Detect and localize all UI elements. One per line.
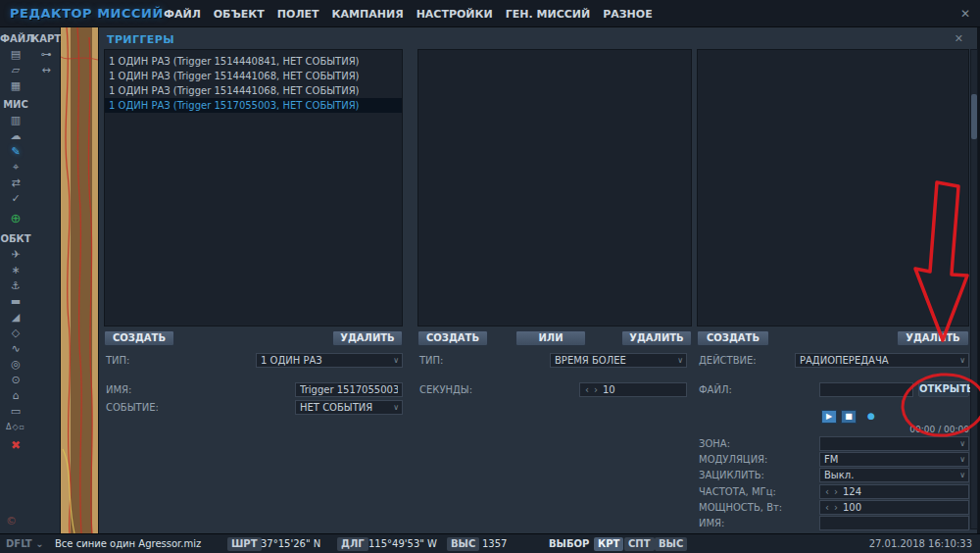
conditions-list[interactable] bbox=[417, 49, 692, 327]
play-icon[interactable]: ▶ bbox=[821, 410, 837, 424]
check-icon[interactable]: ✓ bbox=[3, 191, 28, 206]
chevron-down-icon: ∨ bbox=[959, 437, 965, 450]
map-toggle-vys[interactable]: ВЫС bbox=[655, 537, 687, 551]
action-type-select[interactable]: РАДИОПЕРЕДАЧА ∨ bbox=[795, 353, 969, 368]
swap-icon[interactable]: ⇄ bbox=[3, 176, 28, 190]
altitude-value: 1357 bbox=[482, 537, 507, 551]
increment-icon[interactable]: › bbox=[834, 501, 838, 514]
frequency-stepper[interactable]: ‹ › 124 bbox=[819, 484, 969, 499]
save-icon[interactable]: ▦ bbox=[3, 78, 28, 93]
airplane-icon[interactable]: ✈ bbox=[3, 247, 28, 262]
trigger-event-label: СОБЫТИЕ: bbox=[106, 402, 159, 413]
menu-file[interactable]: ФАЙЛ bbox=[164, 8, 201, 21]
trigger-list-item[interactable]: 1 ОДИН РАЗ (Trigger 1514440841, НЕТ СОБЫ… bbox=[105, 54, 402, 69]
menu-object[interactable]: ОБЪЕКТ bbox=[214, 8, 265, 21]
toolbar-file-label: ФАЙЛ bbox=[0, 33, 31, 44]
menu-campaign[interactable]: КАМПАНИЯ bbox=[332, 8, 404, 21]
trigger-list-inner: 1 ОДИН РАЗ (Trigger 1514440841, НЕТ СОБЫ… bbox=[105, 50, 402, 113]
shapes-icon[interactable]: Δ◇▫ bbox=[3, 420, 28, 434]
air-defense-icon[interactable]: ◢ bbox=[3, 310, 28, 325]
decrement-icon[interactable]: ‹ bbox=[825, 485, 829, 498]
action-delete-button[interactable]: УДАЛИТЬ bbox=[897, 330, 969, 346]
loop-select[interactable]: Выкл. ∨ bbox=[819, 468, 969, 482]
increment-icon[interactable]: › bbox=[834, 485, 838, 498]
trigger-zone-icon[interactable]: ◎ bbox=[3, 357, 28, 372]
action-type-value: РАДИОПЕРЕДАЧА bbox=[800, 354, 955, 367]
helicopter-icon[interactable]: ∗ bbox=[3, 263, 28, 277]
bullseye-icon[interactable]: ⊙ bbox=[3, 373, 28, 387]
weather-icon[interactable]: ☁ bbox=[3, 128, 28, 143]
transmission-name-input[interactable] bbox=[819, 516, 969, 530]
mission-file-name: Все синие один Agressor.miz bbox=[55, 537, 201, 551]
seconds-label: СЕКУНДЫ: bbox=[419, 384, 472, 395]
chevron-down-icon: ⌄ bbox=[35, 538, 43, 549]
farp-icon[interactable]: ⌂ bbox=[3, 388, 28, 403]
map-view[interactable] bbox=[61, 27, 98, 533]
trigger-name-label: ИМЯ: bbox=[106, 384, 131, 395]
menu-mission-gen[interactable]: ГЕН. МИССИЙ bbox=[506, 8, 590, 21]
action-type-label: ДЕЙСТВИЕ: bbox=[699, 355, 757, 366]
actions-list[interactable] bbox=[697, 49, 969, 327]
key-icon[interactable]: ⊶ bbox=[33, 47, 59, 62]
theme-dropdown[interactable]: DFLT ⌄ bbox=[6, 537, 44, 551]
route-icon[interactable]: ∿ bbox=[3, 341, 28, 356]
increment-icon[interactable]: › bbox=[594, 383, 598, 396]
stop-icon[interactable]: ■ bbox=[841, 410, 857, 424]
chevron-down-icon: ∨ bbox=[393, 401, 399, 414]
crosshair-icon[interactable]: ⌖ bbox=[3, 160, 28, 175]
trigger-type-select[interactable]: 1 ОДИН РАЗ ∨ bbox=[256, 353, 403, 368]
scrollbar-thumb[interactable] bbox=[971, 94, 977, 139]
modulation-select[interactable]: FM ∨ bbox=[819, 452, 969, 467]
loop-value: Выкл. bbox=[824, 469, 955, 481]
static-object-icon[interactable]: ◇ bbox=[3, 326, 28, 340]
loop-label: ЗАЦИКЛИТЬ: bbox=[699, 470, 764, 480]
map-terrain bbox=[61, 27, 98, 533]
trigger-name-input[interactable] bbox=[295, 382, 403, 397]
trigger-list-item[interactable]: 1 ОДИН РАЗ (Trigger 1514441068, НЕТ СОБЫ… bbox=[105, 69, 402, 83]
sound-file-input[interactable] bbox=[819, 382, 913, 397]
menu-flight[interactable]: ПОЛЕТ bbox=[277, 8, 319, 21]
panel-close-icon[interactable]: ✕ bbox=[955, 32, 963, 45]
trigger-list[interactable]: 1 ОДИН РАЗ (Trigger 1514440841, НЕТ СОБЫ… bbox=[104, 49, 403, 327]
triggers-tool-icon[interactable]: ✎ bbox=[3, 144, 28, 159]
trigger-event-value: НЕТ СОБЫТИЯ bbox=[300, 401, 388, 414]
add-icon[interactable]: ⊕ bbox=[3, 210, 28, 227]
chevron-down-icon: ∨ bbox=[959, 469, 965, 481]
menu-bar: ФАЙЛ ОБЪЕКТ ПОЛЕТ КАМПАНИЯ НАСТРОЙКИ ГЕН… bbox=[164, 0, 653, 27]
trigger-list-item[interactable]: 1 ОДИН РАЗ (Trigger 1514441068, НЕТ СОБЫ… bbox=[105, 83, 402, 98]
menu-misc[interactable]: РАЗНОЕ bbox=[603, 8, 652, 21]
condition-create-button[interactable]: СОЗДАТЬ bbox=[417, 330, 488, 346]
condition-type-label: ТИП: bbox=[419, 355, 443, 366]
panel-scrollbar[interactable] bbox=[970, 49, 978, 529]
altitude-label-badge: ВЫС bbox=[447, 537, 479, 551]
menu-settings[interactable]: НАСТРОЙКИ bbox=[416, 8, 493, 21]
warehouse-icon[interactable]: ▭ bbox=[3, 404, 28, 419]
decrement-icon[interactable]: ‹ bbox=[585, 383, 589, 396]
trigger-delete-button[interactable]: УДАЛИТЬ bbox=[332, 330, 403, 346]
action-create-button[interactable]: СОЗДАТЬ bbox=[697, 330, 769, 346]
window-close-icon[interactable]: ✕ bbox=[960, 0, 970, 27]
new-file-icon[interactable]: ▤ bbox=[3, 47, 28, 62]
open-file-button[interactable]: ОТКРЫТЬ bbox=[918, 381, 969, 397]
seconds-stepper[interactable]: ‹ › 10 bbox=[579, 382, 687, 397]
decrement-icon[interactable]: ‹ bbox=[825, 501, 829, 514]
vehicle-icon[interactable]: ▬ bbox=[3, 294, 28, 309]
map-toggle-spt[interactable]: СПТ bbox=[624, 537, 655, 551]
condition-or-button[interactable]: ИЛИ bbox=[515, 330, 586, 346]
volume-slider-knob[interactable]: ● bbox=[867, 412, 875, 421]
delete-object-icon[interactable]: ✖ bbox=[3, 438, 28, 453]
map-toggle-krt[interactable]: КРТ bbox=[594, 537, 623, 551]
condition-delete-button[interactable]: УДАЛИТЬ bbox=[621, 330, 692, 346]
zone-select[interactable]: ∨ bbox=[819, 436, 969, 451]
ruler-icon[interactable]: ↔ bbox=[33, 63, 59, 77]
open-folder-icon[interactable]: ▱ bbox=[3, 63, 28, 77]
power-stepper[interactable]: ‹ › 100 bbox=[819, 500, 969, 515]
trigger-list-item-selected[interactable]: 1 ОДИН РАЗ (Trigger 1517055003, НЕТ СОБЫ… bbox=[105, 98, 402, 113]
ship-icon[interactable]: ⚓ bbox=[3, 278, 28, 293]
trigger-event-select[interactable]: НЕТ СОБЫТИЯ ∨ bbox=[295, 400, 403, 415]
clipboard-icon[interactable]: ▥ bbox=[3, 113, 28, 127]
latitude-value: 37°15'26" N bbox=[261, 537, 320, 551]
modulation-label: МОДУЛЯЦИЯ: bbox=[699, 454, 767, 465]
condition-type-select[interactable]: ВРЕМЯ БОЛЕЕ ∨ bbox=[550, 353, 687, 368]
trigger-create-button[interactable]: СОЗДАТЬ bbox=[104, 330, 174, 346]
